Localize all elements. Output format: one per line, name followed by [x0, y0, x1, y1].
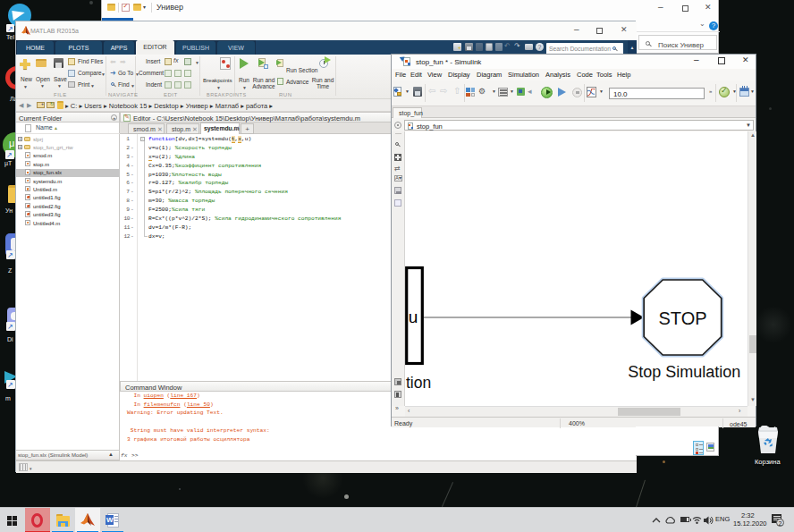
svg-text:STOP: STOP: [658, 308, 706, 328]
svg-text:u: u: [409, 308, 418, 326]
svg-text:Stop Simulation: Stop Simulation: [628, 363, 740, 381]
svg-text:tion: tion: [406, 374, 431, 392]
